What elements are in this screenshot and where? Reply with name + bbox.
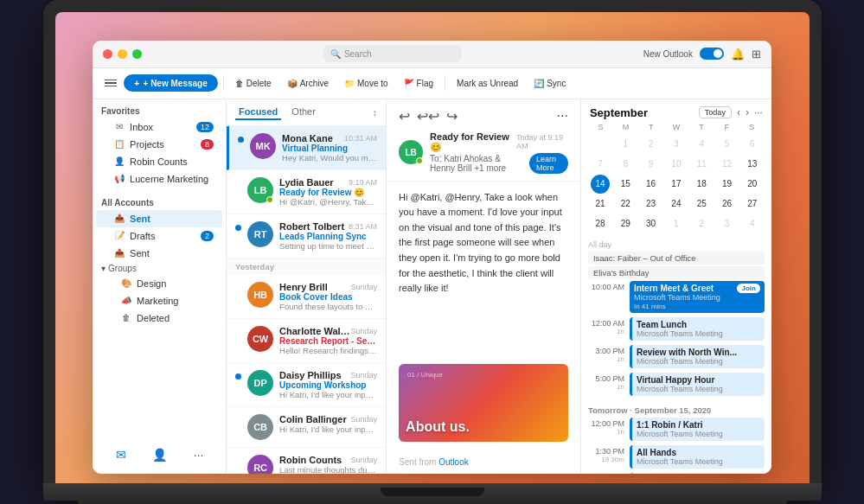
cal-day-o1[interactable]: 1 bbox=[667, 214, 686, 233]
groups-toggle[interactable]: ▾ Groups bbox=[93, 262, 226, 275]
cal-event-1500[interactable]: 3:00 PM 1h Review with North Win... Micr… bbox=[588, 345, 765, 368]
cal-day-o3[interactable]: 3 bbox=[717, 214, 736, 233]
grid-icon[interactable]: ⊞ bbox=[752, 48, 761, 61]
cal-day-28[interactable]: 28 bbox=[591, 214, 610, 233]
cal-day-18[interactable]: 18 bbox=[692, 175, 711, 194]
cal-day-25[interactable]: 25 bbox=[692, 195, 711, 214]
email-item-2[interactable]: LB Lydia Bauer 9:19 AM Ready for Review … bbox=[227, 170, 386, 214]
event-bar-1500[interactable]: Review with North Win... Microsoft Teams… bbox=[630, 345, 765, 368]
more-bottom-icon[interactable]: ··· bbox=[187, 443, 211, 467]
cal-day-1[interactable]: 1 bbox=[616, 135, 635, 154]
email-item-7[interactable]: CB Colin Ballinger Sunday Hi Katri, I'd … bbox=[227, 407, 386, 448]
sort-icon[interactable]: ↕ bbox=[373, 107, 378, 118]
sidebar-item-sent[interactable]: 📤 Sent bbox=[96, 210, 222, 227]
new-outlook-toggle[interactable] bbox=[700, 48, 724, 60]
cal-event-t1200[interactable]: 12:00 PM 1h 1:1 Robin / Katri Microsoft … bbox=[588, 418, 765, 441]
tab-other[interactable]: Other bbox=[288, 105, 319, 120]
reply-all-icon[interactable]: ↩↩ bbox=[417, 108, 439, 124]
sidebar-item-inbox[interactable]: ✉ Inbox 12 bbox=[96, 118, 222, 136]
cal-day-23[interactable]: 23 bbox=[642, 195, 661, 214]
sidebar-item-marketing[interactable]: 📣 Marketing bbox=[96, 292, 222, 309]
mail-bottom-icon[interactable]: ✉ bbox=[109, 443, 133, 467]
email-item-5[interactable]: CW Charlotte Waltson Sunday Research Rep… bbox=[227, 319, 386, 363]
cal-day-o4[interactable]: 4 bbox=[743, 214, 762, 233]
hamburger-button[interactable] bbox=[101, 76, 120, 91]
forward-icon[interactable]: ↪ bbox=[446, 108, 458, 124]
search-box[interactable]: 🔍 Search bbox=[323, 45, 462, 62]
cal-day-14[interactable]: 14 bbox=[591, 175, 610, 194]
join-button-1000[interactable]: Join bbox=[737, 284, 759, 293]
email-item-1[interactable]: MK Mona Kane 10:31 AM Virtual Planning H… bbox=[227, 126, 386, 170]
outlook-link[interactable]: Outlook bbox=[438, 457, 468, 467]
event-bar-t1330[interactable]: All Hands Microsoft Teams Meeting bbox=[630, 445, 765, 469]
cal-day-15[interactable]: 15 bbox=[616, 175, 635, 194]
compose-icon[interactable]: 🔔 bbox=[731, 48, 745, 61]
cal-day-29[interactable]: 29 bbox=[616, 214, 635, 233]
event-bar-t1330b[interactable]: 1:1 Henry / Katri Microsoft Teams Meetin… bbox=[630, 473, 765, 474]
reply-icon[interactable]: ↩ bbox=[399, 108, 410, 124]
cal-day-7[interactable]: 7 bbox=[591, 155, 610, 174]
sync-button[interactable]: 🔄 Sync bbox=[528, 76, 572, 91]
email-item-4[interactable]: HB Henry Brill Sunday Book Cover Ideas F… bbox=[227, 275, 386, 319]
sidebar-item-sent2[interactable]: 📤 Sent bbox=[96, 245, 222, 262]
new-message-button[interactable]: + + New Message bbox=[124, 74, 218, 92]
close-button[interactable] bbox=[103, 49, 112, 59]
event-bar-1700[interactable]: Virtual Happy Hour Microsoft Teams Meeti… bbox=[630, 373, 765, 396]
cal-day-21[interactable]: 21 bbox=[591, 195, 610, 214]
cal-day-22[interactable]: 22 bbox=[616, 195, 635, 214]
cal-event-1700[interactable]: 5:00 PM 1h Virtual Happy Hour Microsoft … bbox=[588, 373, 765, 396]
cal-day-13[interactable]: 13 bbox=[743, 155, 762, 174]
sidebar-item-design[interactable]: 🎨 Design bbox=[96, 275, 222, 292]
contacts-bottom-icon[interactable]: 👤 bbox=[148, 443, 172, 467]
cal-day-19[interactable]: 19 bbox=[717, 175, 736, 194]
cal-day-3[interactable]: 3 bbox=[667, 135, 686, 154]
cal-more-button[interactable]: ··· bbox=[754, 106, 763, 118]
event-bar-t1200[interactable]: 1:1 Robin / Katri Microsoft Teams Meetin… bbox=[630, 418, 765, 441]
archive-button[interactable]: 📦 Archive bbox=[281, 76, 335, 91]
cal-event-1200[interactable]: 12:00 AM 1h Team Lunch Microsoft Teams M… bbox=[588, 317, 765, 341]
cal-day-6[interactable]: 6 bbox=[743, 135, 762, 154]
cal-day-10[interactable]: 10 bbox=[667, 155, 686, 174]
cal-day-2[interactable]: 2 bbox=[642, 135, 661, 154]
cal-day-empty1[interactable] bbox=[591, 135, 610, 154]
cal-next-button[interactable]: › bbox=[746, 106, 749, 118]
cal-day-12[interactable]: 12 bbox=[717, 155, 736, 174]
cal-day-o2[interactable]: 2 bbox=[692, 214, 711, 233]
cal-day-11[interactable]: 11 bbox=[692, 155, 711, 174]
sidebar-item-drafts[interactable]: 📝 Drafts 2 bbox=[96, 227, 222, 245]
cal-today-button[interactable]: Today bbox=[699, 106, 732, 118]
event-bar-1000[interactable]: Join Intern Meet & Greet Microsoft Teams… bbox=[630, 281, 765, 313]
sidebar-item-projects[interactable]: 📋 Projects 8 bbox=[96, 136, 222, 153]
cal-day-16[interactable]: 16 bbox=[642, 175, 661, 194]
delete-button[interactable]: 🗑 Delete bbox=[229, 76, 278, 91]
cal-day-20[interactable]: 20 bbox=[743, 175, 762, 194]
sidebar-item-robin[interactable]: 👤 Robin Counts bbox=[96, 153, 222, 170]
email-item-8[interactable]: RC Robin Counts Sunday Last minute thoug… bbox=[227, 448, 386, 474]
event-bar-1200[interactable]: Team Lunch Microsoft Teams Meeting bbox=[630, 317, 765, 341]
cal-day-5[interactable]: 5 bbox=[717, 135, 736, 154]
cal-day-27[interactable]: 27 bbox=[743, 195, 762, 214]
email-item-3[interactable]: RT Robert Tolbert 8:31 AM Leads Planning… bbox=[227, 214, 386, 258]
cal-day-24[interactable]: 24 bbox=[667, 195, 686, 214]
cal-prev-button[interactable]: ‹ bbox=[737, 106, 740, 118]
minimize-button[interactable] bbox=[118, 49, 127, 59]
sidebar-item-deleted[interactable]: 🗑 Deleted bbox=[96, 309, 222, 327]
email-item-6[interactable]: DP Daisy Phillips Sunday Upcoming Worksh… bbox=[227, 363, 386, 407]
mark-unread-button[interactable]: Mark as Unread bbox=[451, 76, 524, 91]
flag-button[interactable]: 🚩 Flag bbox=[398, 76, 439, 91]
cal-event-1000[interactable]: 10:00 AM Join Intern Meet & Greet Micros… bbox=[588, 281, 765, 313]
cal-day-26[interactable]: 26 bbox=[717, 195, 736, 214]
tab-focused[interactable]: Focused bbox=[235, 105, 281, 120]
cal-day-17[interactable]: 17 bbox=[667, 175, 686, 194]
more-actions-icon[interactable]: ··· bbox=[557, 108, 568, 124]
cal-day-4[interactable]: 4 bbox=[692, 135, 711, 154]
cal-event-t1330[interactable]: 1:30 PM 19 30m All Hands Microsoft Teams… bbox=[588, 445, 765, 469]
cal-day-9[interactable]: 9 bbox=[642, 155, 661, 174]
move-to-button[interactable]: 📁 Move to bbox=[338, 76, 394, 91]
maximize-button[interactable] bbox=[132, 49, 142, 59]
cal-day-30[interactable]: 30 bbox=[642, 214, 661, 233]
sidebar-item-lucerne[interactable]: 📢 Lucerne Marketing bbox=[96, 170, 222, 188]
learn-more-button[interactable]: Learn More bbox=[529, 153, 568, 174]
cal-event-t1330b[interactable]: 1:30 PM 1h 1:1 Henry / Katri Microsoft T… bbox=[588, 473, 765, 474]
cal-day-8[interactable]: 8 bbox=[616, 155, 635, 174]
